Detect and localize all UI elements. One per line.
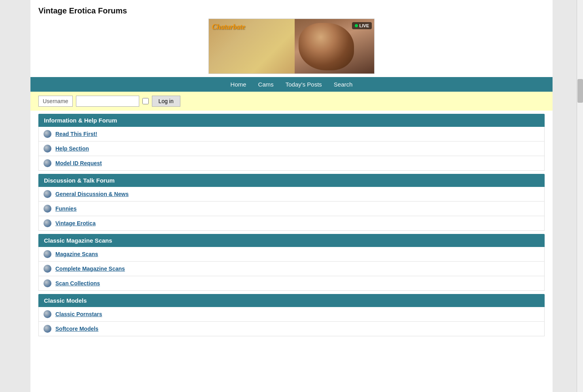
forum-item-model-id-request: Model ID Request — [39, 156, 544, 170]
forum-item-funnies: Funnies — [39, 202, 544, 216]
forum-link-scan-collections[interactable]: Scan Collections — [55, 280, 100, 286]
forum-item-scan-collections: Scan Collections — [39, 276, 544, 290]
nav-todays-posts[interactable]: Today's Posts — [286, 81, 322, 88]
forum-link-general-discussion[interactable]: General Discussion & News — [55, 191, 129, 197]
forum-container: Information & Help ForumRead This First!… — [30, 114, 553, 344]
forum-link-read-this-first[interactable]: Read This First! — [55, 131, 97, 137]
forum-link-complete-magazine-scans[interactable]: Complete Magazine Scans — [55, 266, 125, 272]
forum-link-funnies[interactable]: Funnies — [55, 205, 77, 212]
forum-icon-classic-pornstars — [44, 310, 51, 318]
nav-bar: Home Cams Today's Posts Search — [30, 77, 553, 92]
forum-icon-read-this-first — [44, 130, 51, 138]
forum-item-general-discussion: General Discussion & News — [39, 187, 544, 202]
forum-item-magazine-scans: Magazine Scans — [39, 247, 544, 262]
nav-cams[interactable]: Cams — [258, 81, 274, 88]
forum-item-read-this-first: Read This First! — [39, 127, 544, 141]
live-label: LIVE — [360, 23, 369, 28]
forum-link-magazine-scans[interactable]: Magazine Scans — [55, 251, 98, 257]
section-header-classic-models: Classic Models — [38, 294, 545, 307]
forum-list-classic-magazine-scans: Magazine ScansComplete Magazine ScansSca… — [38, 247, 545, 291]
forum-link-classic-pornstars[interactable]: Classic Pornstars — [55, 311, 102, 317]
forum-item-classic-pornstars: Classic Pornstars — [39, 307, 544, 322]
nav-search[interactable]: Search — [334, 81, 353, 88]
forum-icon-funnies — [44, 205, 51, 213]
password-input[interactable] — [76, 96, 139, 107]
forum-icon-softcore-models — [44, 325, 51, 333]
remember-checkbox[interactable] — [142, 98, 149, 104]
chaturbate-logo: Chaturbate — [212, 23, 245, 31]
forum-icon-vintage-erotica — [44, 219, 51, 227]
forum-item-vintage-erotica: Vintage Erotica — [39, 216, 544, 230]
scrollbar-thumb[interactable] — [577, 79, 583, 103]
forum-list-classic-models: Classic PornstarsSoftcore Models — [38, 307, 545, 336]
login-bar: Username Log in — [30, 92, 553, 111]
username-label: Username — [38, 96, 73, 107]
forum-item-softcore-models: Softcore Models — [39, 322, 544, 336]
forum-item-complete-magazine-scans: Complete Magazine Scans — [39, 262, 544, 276]
forum-link-softcore-models[interactable]: Softcore Models — [55, 326, 98, 332]
forum-icon-help-section — [44, 145, 51, 153]
live-dot — [355, 24, 358, 27]
section-header-discussion-talk: Discussion & Talk Forum — [38, 174, 545, 187]
banner-area: Chaturbate LIVE — [30, 19, 553, 77]
live-badge: LIVE — [352, 22, 372, 29]
forum-list-info-help: Read This First!Help SectionModel ID Req… — [38, 127, 545, 171]
forum-link-vintage-erotica[interactable]: Vintage Erotica — [55, 220, 96, 226]
site-title: Vintage Erotica Forums — [30, 0, 553, 19]
forum-list-discussion-talk: General Discussion & NewsFunniesVintage … — [38, 187, 545, 231]
forum-link-model-id-request[interactable]: Model ID Request — [55, 160, 102, 166]
forum-icon-magazine-scans — [44, 250, 51, 258]
forum-icon-complete-magazine-scans — [44, 265, 51, 273]
forum-icon-model-id-request — [44, 159, 51, 167]
section-header-classic-magazine-scans: Classic Magazine Scans — [38, 234, 545, 247]
banner-image[interactable]: Chaturbate LIVE — [208, 19, 375, 74]
login-button[interactable]: Log in — [152, 96, 180, 107]
forum-item-help-section: Help Section — [39, 141, 544, 156]
forum-link-help-section[interactable]: Help Section — [55, 145, 89, 152]
forum-icon-general-discussion — [44, 190, 51, 198]
nav-home[interactable]: Home — [231, 81, 246, 88]
forum-icon-scan-collections — [44, 279, 51, 287]
scrollbar-track[interactable] — [577, 0, 583, 392]
section-header-info-help: Information & Help Forum — [38, 114, 545, 127]
